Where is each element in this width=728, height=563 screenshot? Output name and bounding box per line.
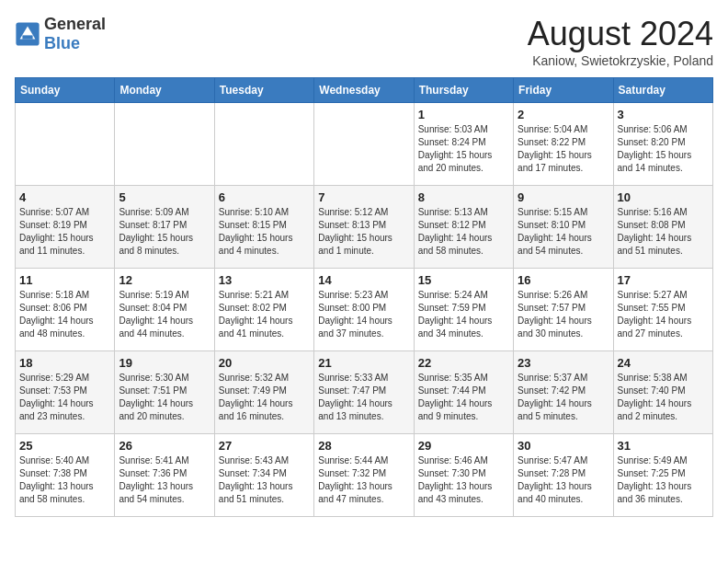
calendar-cell — [115, 103, 214, 186]
weekday-tuesday: Tuesday — [214, 78, 313, 103]
calendar-cell: 23Sunrise: 5:37 AM Sunset: 7:42 PM Dayli… — [514, 351, 613, 434]
day-info: Sunrise: 5:32 AM Sunset: 7:49 PM Dayligh… — [219, 372, 310, 423]
calendar-cell: 1Sunrise: 5:03 AM Sunset: 8:24 PM Daylig… — [414, 103, 513, 186]
calendar-cell: 25Sunrise: 5:40 AM Sunset: 7:38 PM Dayli… — [16, 434, 115, 517]
calendar-cell: 10Sunrise: 5:16 AM Sunset: 8:08 PM Dayli… — [613, 186, 712, 269]
day-info: Sunrise: 5:37 AM Sunset: 7:42 PM Dayligh… — [518, 372, 609, 423]
calendar-cell: 24Sunrise: 5:38 AM Sunset: 7:40 PM Dayli… — [613, 351, 712, 434]
calendar-week-2: 4Sunrise: 5:07 AM Sunset: 8:19 PM Daylig… — [16, 186, 713, 269]
calendar-cell: 9Sunrise: 5:15 AM Sunset: 8:10 PM Daylig… — [514, 186, 613, 269]
weekday-wednesday: Wednesday — [314, 78, 414, 103]
calendar-header: SundayMondayTuesdayWednesdayThursdayFrid… — [16, 78, 713, 103]
month-title: August 2024 — [528, 15, 713, 53]
day-info: Sunrise: 5:35 AM Sunset: 7:44 PM Dayligh… — [418, 372, 509, 423]
day-number: 29 — [418, 439, 509, 453]
calendar-cell: 4Sunrise: 5:07 AM Sunset: 8:19 PM Daylig… — [16, 186, 115, 269]
day-number: 5 — [119, 190, 210, 204]
title-block: August 2024 Kaniow, Swietokrzyskie, Pola… — [528, 15, 713, 68]
weekday-saturday: Saturday — [613, 78, 712, 103]
calendar-cell: 31Sunrise: 5:49 AM Sunset: 7:25 PM Dayli… — [613, 434, 712, 517]
day-number: 21 — [318, 356, 409, 370]
logo-general: General — [44, 15, 106, 33]
day-info: Sunrise: 5:33 AM Sunset: 7:47 PM Dayligh… — [318, 372, 409, 423]
calendar-cell: 11Sunrise: 5:18 AM Sunset: 8:06 PM Dayli… — [16, 269, 115, 351]
day-number: 18 — [19, 356, 110, 370]
svg-rect-2 — [22, 35, 32, 39]
calendar-cell: 18Sunrise: 5:29 AM Sunset: 7:53 PM Dayli… — [16, 351, 115, 434]
location-title: Kaniow, Swietokrzyskie, Poland — [528, 53, 713, 68]
calendar-cell: 30Sunrise: 5:47 AM Sunset: 7:28 PM Dayli… — [514, 434, 613, 517]
day-info: Sunrise: 5:44 AM Sunset: 7:32 PM Dayligh… — [318, 454, 409, 506]
calendar-cell: 14Sunrise: 5:23 AM Sunset: 8:00 PM Dayli… — [314, 269, 414, 351]
day-number: 3 — [618, 108, 709, 121]
calendar-cell: 3Sunrise: 5:06 AM Sunset: 8:20 PM Daylig… — [613, 103, 712, 186]
day-number: 27 — [219, 439, 310, 453]
day-number: 17 — [618, 273, 709, 287]
day-info: Sunrise: 5:29 AM Sunset: 7:53 PM Dayligh… — [19, 372, 110, 423]
calendar-cell: 8Sunrise: 5:13 AM Sunset: 8:12 PM Daylig… — [414, 186, 513, 269]
day-info: Sunrise: 5:30 AM Sunset: 7:51 PM Dayligh… — [119, 372, 210, 423]
day-number: 24 — [618, 356, 709, 370]
day-info: Sunrise: 5:19 AM Sunset: 8:04 PM Dayligh… — [119, 289, 210, 340]
weekday-friday: Friday — [514, 78, 613, 103]
logo-icon — [15, 21, 40, 47]
day-number: 14 — [318, 273, 409, 287]
calendar-cell: 20Sunrise: 5:32 AM Sunset: 7:49 PM Dayli… — [214, 351, 313, 434]
calendar-cell — [314, 103, 414, 186]
day-number: 7 — [318, 190, 409, 204]
day-number: 12 — [119, 273, 210, 287]
day-number: 15 — [418, 273, 509, 287]
calendar-cell: 16Sunrise: 5:26 AM Sunset: 7:57 PM Dayli… — [514, 269, 613, 351]
logo: General Blue — [15, 15, 106, 53]
day-number: 20 — [219, 356, 310, 370]
day-info: Sunrise: 5:10 AM Sunset: 8:15 PM Dayligh… — [219, 206, 310, 258]
day-number: 4 — [19, 190, 110, 204]
weekday-row: SundayMondayTuesdayWednesdayThursdayFrid… — [16, 78, 713, 103]
calendar-cell: 21Sunrise: 5:33 AM Sunset: 7:47 PM Dayli… — [314, 351, 414, 434]
day-number: 2 — [518, 108, 609, 121]
day-info: Sunrise: 5:04 AM Sunset: 8:22 PM Dayligh… — [518, 123, 609, 175]
day-info: Sunrise: 5:03 AM Sunset: 8:24 PM Dayligh… — [418, 123, 509, 175]
day-number: 13 — [219, 273, 310, 287]
calendar-cell: 7Sunrise: 5:12 AM Sunset: 8:13 PM Daylig… — [314, 186, 414, 269]
calendar-cell: 13Sunrise: 5:21 AM Sunset: 8:02 PM Dayli… — [214, 269, 313, 351]
calendar-table: SundayMondayTuesdayWednesdayThursdayFrid… — [15, 77, 713, 517]
calendar-week-4: 18Sunrise: 5:29 AM Sunset: 7:53 PM Dayli… — [16, 351, 713, 434]
calendar-week-1: 1Sunrise: 5:03 AM Sunset: 8:24 PM Daylig… — [16, 103, 713, 186]
calendar-cell: 12Sunrise: 5:19 AM Sunset: 8:04 PM Dayli… — [115, 269, 214, 351]
calendar-cell: 28Sunrise: 5:44 AM Sunset: 7:32 PM Dayli… — [314, 434, 414, 517]
day-number: 28 — [318, 439, 409, 453]
day-info: Sunrise: 5:16 AM Sunset: 8:08 PM Dayligh… — [618, 206, 709, 258]
day-info: Sunrise: 5:47 AM Sunset: 7:28 PM Dayligh… — [518, 454, 609, 506]
calendar-cell: 26Sunrise: 5:41 AM Sunset: 7:36 PM Dayli… — [115, 434, 214, 517]
day-number: 22 — [418, 356, 509, 370]
calendar-cell: 15Sunrise: 5:24 AM Sunset: 7:59 PM Dayli… — [414, 269, 513, 351]
weekday-thursday: Thursday — [414, 78, 513, 103]
day-number: 25 — [19, 439, 110, 453]
calendar-week-3: 11Sunrise: 5:18 AM Sunset: 8:06 PM Dayli… — [16, 269, 713, 351]
calendar-cell: 2Sunrise: 5:04 AM Sunset: 8:22 PM Daylig… — [514, 103, 613, 186]
day-info: Sunrise: 5:26 AM Sunset: 7:57 PM Dayligh… — [518, 289, 609, 340]
calendar-cell: 27Sunrise: 5:43 AM Sunset: 7:34 PM Dayli… — [214, 434, 313, 517]
day-number: 11 — [19, 273, 110, 287]
day-info: Sunrise: 5:15 AM Sunset: 8:10 PM Dayligh… — [518, 206, 609, 258]
day-info: Sunrise: 5:41 AM Sunset: 7:36 PM Dayligh… — [119, 454, 210, 506]
page-header: General Blue August 2024 Kaniow, Swietok… — [15, 15, 713, 68]
day-info: Sunrise: 5:09 AM Sunset: 8:17 PM Dayligh… — [119, 206, 210, 258]
calendar-body: 1Sunrise: 5:03 AM Sunset: 8:24 PM Daylig… — [16, 103, 713, 517]
day-number: 1 — [418, 108, 509, 121]
day-number: 31 — [618, 439, 709, 453]
calendar-cell: 5Sunrise: 5:09 AM Sunset: 8:17 PM Daylig… — [115, 186, 214, 269]
weekday-sunday: Sunday — [16, 78, 115, 103]
day-info: Sunrise: 5:23 AM Sunset: 8:00 PM Dayligh… — [318, 289, 409, 340]
calendar-cell — [16, 103, 115, 186]
calendar-week-5: 25Sunrise: 5:40 AM Sunset: 7:38 PM Dayli… — [16, 434, 713, 517]
day-number: 6 — [219, 190, 310, 204]
day-info: Sunrise: 5:27 AM Sunset: 7:55 PM Dayligh… — [618, 289, 709, 340]
day-info: Sunrise: 5:24 AM Sunset: 7:59 PM Dayligh… — [418, 289, 509, 340]
day-number: 19 — [119, 356, 210, 370]
day-info: Sunrise: 5:13 AM Sunset: 8:12 PM Dayligh… — [418, 206, 509, 258]
logo-blue: Blue — [44, 34, 80, 52]
day-info: Sunrise: 5:38 AM Sunset: 7:40 PM Dayligh… — [618, 372, 709, 423]
day-info: Sunrise: 5:18 AM Sunset: 8:06 PM Dayligh… — [19, 289, 110, 340]
